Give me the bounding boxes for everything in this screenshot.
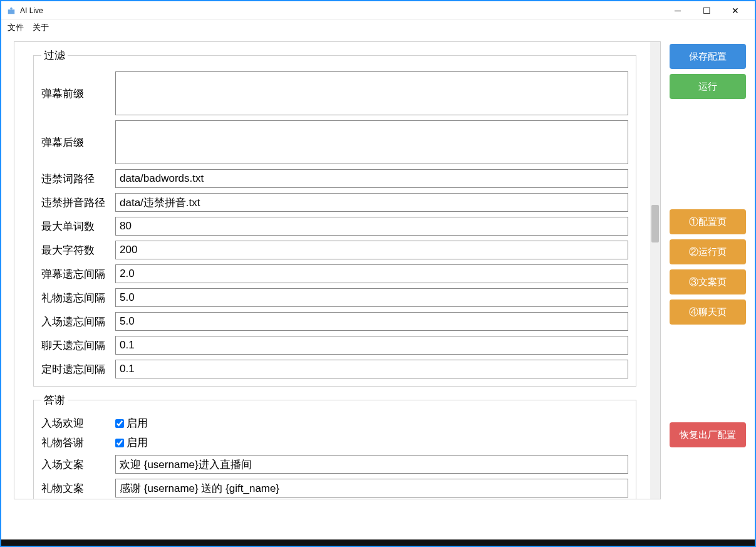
row-enter-text: 入场文案 [41,455,628,474]
side-panel: 保存配置 运行 ①配置页 ②运行页 ③文案页 ④聊天页 恢复出厂配置 [661,35,755,506]
row-danmu-suffix: 弹幕后缀 [41,120,628,164]
input-pinyin-path[interactable] [115,193,628,212]
input-forget-danmu[interactable] [115,264,628,283]
thanks-section: 答谢 入场欢迎 启用 礼物答谢 启用 入场文案 [33,393,636,499]
checkbox-enter-welcome[interactable] [115,419,124,428]
row-forget-gift: 礼物遗忘间隔 [41,288,628,307]
nav-config-page-button[interactable]: ①配置页 [670,209,746,234]
checkbox-gift-thanks-wrap[interactable]: 启用 [115,435,148,450]
menu-about[interactable]: 关于 [33,22,49,33]
titlebar: AI Live ─ ☐ ✕ [1,1,755,20]
window-title: AI Live [20,6,43,15]
checkbox-gift-thanks[interactable] [115,439,124,447]
row-forget-timer: 定时遗忘间隔 [41,360,628,378]
nav-chat-page-button[interactable]: ④聊天页 [670,300,746,325]
menu-file[interactable]: 文件 [8,22,24,33]
factory-reset-button[interactable]: 恢复出厂配置 [670,422,746,447]
label-forget-timer: 定时遗忘间隔 [41,362,115,377]
label-badwords-path: 违禁词路径 [41,172,115,186]
scrollbar-track[interactable] [650,42,660,499]
row-badwords-path: 违禁词路径 [41,169,628,188]
svg-point-1 [10,7,13,9]
input-forget-timer[interactable] [115,360,628,378]
row-enter-welcome: 入场欢迎 启用 [41,416,628,430]
label-enter-text: 入场文案 [41,457,115,472]
label-forget-danmu: 弹幕遗忘间隔 [41,267,115,281]
label-max-words: 最大单词数 [41,219,115,234]
input-forget-chat[interactable] [115,336,628,355]
input-forget-enter[interactable] [115,312,628,331]
os-taskbar [1,539,755,546]
svg-rect-0 [8,9,15,14]
filter-section: 过滤 弹幕前缀 弹幕后缀 违禁词路径 违禁拼音路径 [33,48,636,387]
label-danmu-suffix: 弹幕后缀 [41,135,115,150]
input-gift-text[interactable] [115,479,628,498]
checkbox-enter-welcome-label: 启用 [127,416,148,430]
maximize-button[interactable]: ☐ [692,1,721,20]
row-danmu-prefix: 弹幕前缀 [41,71,628,115]
main-content: 过滤 弹幕前缀 弹幕后缀 违禁词路径 违禁拼音路径 [14,42,660,499]
row-forget-danmu: 弹幕遗忘间隔 [41,264,628,283]
input-max-words[interactable] [115,217,628,236]
input-enter-text[interactable] [115,455,628,474]
scrollbar-thumb[interactable] [651,205,659,242]
minimize-button[interactable]: ─ [663,1,692,20]
input-danmu-prefix[interactable] [115,71,628,115]
row-max-chars: 最大字符数 [41,241,628,259]
window-controls: ─ ☐ ✕ [663,1,750,20]
menubar: 文件 关于 [1,20,755,35]
checkbox-enter-welcome-wrap[interactable]: 启用 [115,416,148,430]
label-enter-welcome: 入场欢迎 [41,416,115,430]
main-scroll-area: 过滤 弹幕前缀 弹幕后缀 违禁词路径 违禁拼音路径 [14,41,661,499]
content-wrapper: 过滤 弹幕前缀 弹幕后缀 违禁词路径 违禁拼音路径 [1,35,755,506]
label-max-chars: 最大字符数 [41,243,115,258]
label-pinyin-path: 违禁拼音路径 [41,195,115,210]
row-forget-enter: 入场遗忘间隔 [41,312,628,331]
close-button[interactable]: ✕ [721,1,750,20]
input-badwords-path[interactable] [115,169,628,188]
row-gift-text: 礼物文案 [41,479,628,498]
row-forget-chat: 聊天遗忘间隔 [41,336,628,355]
label-forget-chat: 聊天遗忘间隔 [41,338,115,353]
filter-legend: 过滤 [41,48,68,63]
run-button[interactable]: 运行 [670,74,746,99]
thanks-legend: 答谢 [41,393,68,407]
row-pinyin-path: 违禁拼音路径 [41,193,628,212]
label-gift-text: 礼物文案 [41,481,115,496]
input-forget-gift[interactable] [115,288,628,307]
input-max-chars[interactable] [115,241,628,259]
nav-run-page-button[interactable]: ②运行页 [670,239,746,264]
label-gift-thanks: 礼物答谢 [41,435,115,450]
save-config-button[interactable]: 保存配置 [670,44,746,69]
nav-copy-page-button[interactable]: ③文案页 [670,269,746,294]
row-max-words: 最大单词数 [41,217,628,236]
label-forget-enter: 入场遗忘间隔 [41,315,115,329]
input-danmu-suffix[interactable] [115,120,628,164]
label-danmu-prefix: 弹幕前缀 [41,86,115,101]
label-forget-gift: 礼物遗忘间隔 [41,291,115,305]
checkbox-gift-thanks-label: 启用 [127,435,148,450]
app-icon [6,6,16,16]
row-gift-thanks: 礼物答谢 启用 [41,435,628,450]
